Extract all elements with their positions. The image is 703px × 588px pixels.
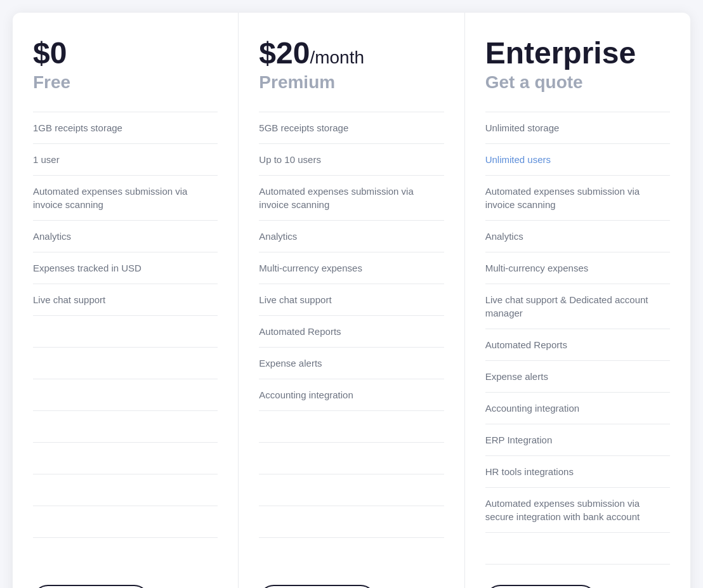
features-list-premium: 5GB receipts storageUp to 10 usersAutoma…	[259, 112, 443, 565]
feature-item: Live chat support	[259, 284, 443, 316]
feature-item: Automated expenses submission via secure…	[485, 488, 670, 533]
feature-item	[33, 443, 218, 474]
plan-price-free: $0	[33, 38, 218, 69]
pricing-table: $0Free1GB receipts storage1 userAutomate…	[13, 13, 690, 588]
feature-item	[33, 506, 218, 538]
pricing-card-enterprise: EnterpriseGet a quoteUnlimited storageUn…	[465, 13, 690, 588]
feature-item: Automated expenses submission via invoic…	[485, 176, 670, 221]
cta-section-free: GET STARTED	[33, 585, 218, 588]
feature-item: HR tools integrations	[485, 456, 670, 488]
feature-item: Expense alerts	[259, 348, 443, 379]
feature-item: Multi-currency expenses	[259, 252, 443, 284]
feature-item: 5GB receipts storage	[259, 112, 443, 144]
cta-section-enterprise: CONTACT US	[485, 585, 670, 588]
feature-item: Multi-currency expenses	[485, 252, 670, 284]
feature-item: Expense alerts	[485, 361, 670, 393]
feature-item: Unlimited users	[485, 144, 670, 176]
cta-button-enterprise[interactable]: CONTACT US	[485, 585, 596, 588]
plan-name-free: Free	[33, 72, 218, 93]
feature-item	[259, 411, 443, 443]
feature-item: Automated Reports	[259, 316, 443, 348]
pricing-card-free: $0Free1GB receipts storage1 userAutomate…	[13, 13, 239, 588]
feature-item: Unlimited storage	[485, 112, 670, 144]
features-list-enterprise: Unlimited storageUnlimited usersAutomate…	[485, 112, 670, 565]
feature-item: Automated expenses submission via invoic…	[259, 176, 443, 221]
feature-item: Analytics	[33, 221, 218, 252]
feature-item: Analytics	[485, 221, 670, 252]
feature-item: 1GB receipts storage	[33, 112, 218, 144]
feature-item: Expenses tracked in USD	[33, 252, 218, 284]
feature-item	[33, 348, 218, 379]
feature-item: Analytics	[259, 221, 443, 252]
cta-section-premium: GET STARTED	[259, 585, 443, 588]
feature-item: Live chat support & Dedicated account ma…	[485, 284, 670, 329]
feature-item: Accounting integration	[485, 393, 670, 424]
feature-item: Live chat support	[33, 284, 218, 316]
feature-item	[33, 474, 218, 506]
plan-name-enterprise: Get a quote	[485, 72, 670, 93]
plan-per-month-premium: /month	[310, 48, 364, 67]
plan-price-enterprise: Enterprise	[485, 38, 670, 69]
pricing-card-premium: $20/monthPremium5GB receipts storageUp t…	[239, 13, 464, 588]
plan-price-premium: $20/month	[259, 38, 443, 69]
feature-item	[259, 506, 443, 538]
feature-item: Accounting integration	[259, 379, 443, 411]
feature-item	[33, 411, 218, 443]
feature-item	[259, 474, 443, 506]
plan-name-premium: Premium	[259, 72, 443, 93]
cta-button-premium[interactable]: GET STARTED	[259, 585, 375, 588]
feature-item: Automated expenses submission via invoic…	[33, 176, 218, 221]
features-list-free: 1GB receipts storage1 userAutomated expe…	[33, 112, 218, 565]
feature-item	[33, 316, 218, 348]
feature-item: Up to 10 users	[259, 144, 443, 176]
feature-item	[485, 533, 670, 565]
cta-button-free[interactable]: GET STARTED	[33, 585, 149, 588]
feature-item: Automated Reports	[485, 329, 670, 361]
feature-item: ERP Integration	[485, 424, 670, 456]
feature-item	[33, 379, 218, 411]
feature-item	[259, 443, 443, 474]
feature-item: 1 user	[33, 144, 218, 176]
